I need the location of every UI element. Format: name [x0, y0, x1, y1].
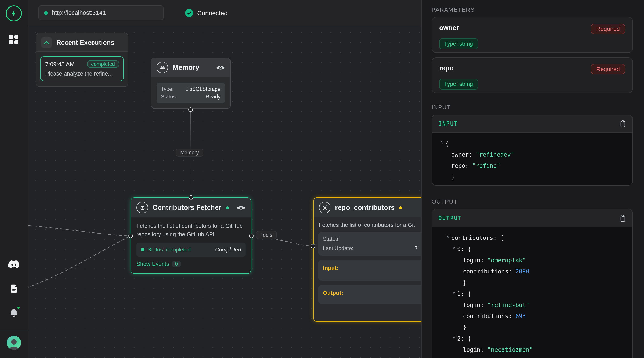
sidebar-divider	[0, 331, 28, 331]
input-code-card: INPUT >{ owner: "refinedev" repo: "refin…	[432, 115, 633, 186]
connected-check-icon	[185, 9, 193, 17]
output-code-title: OUTPUT	[438, 215, 462, 221]
connection-status: Connected	[185, 9, 228, 17]
tool-input-label: Input:	[323, 265, 338, 271]
copy-icon[interactable]	[620, 120, 626, 128]
memory-bottom-handle[interactable]	[188, 107, 193, 112]
events-count-badge: 0	[172, 261, 180, 267]
server-status-dot	[44, 11, 48, 15]
server-url-text: http://localhost:3141	[52, 10, 106, 16]
execution-time: 7:09:45 AM	[45, 61, 75, 67]
memory-status-label: Status:	[161, 93, 177, 101]
agent-description: Fetches the list of contributors for a G…	[131, 217, 251, 239]
parameter-card-owner: owner Required Type: string	[432, 17, 633, 53]
memory-status-value: Ready	[206, 93, 221, 101]
tool-output-label: Output:	[323, 290, 343, 296]
recent-executions-header: Recent Executions	[36, 33, 128, 52]
copy-icon[interactable]	[620, 214, 626, 222]
memory-node[interactable]: Memory Type:LibSQLStorage Status:Ready	[151, 58, 231, 109]
edge-label-tools: Tools	[256, 231, 277, 239]
tool-status-panel: Status: Last Update:7	[318, 232, 421, 255]
agent-left-handle[interactable]	[128, 234, 133, 238]
parameter-name: owner	[439, 24, 459, 31]
notifications-bell-icon[interactable]	[8, 306, 20, 319]
recent-executions-title: Recent Executions	[56, 39, 114, 46]
memory-type-label: Type:	[161, 86, 174, 93]
tools-icon	[319, 202, 330, 213]
repo-contributors-node[interactable]: repo_contributors Fetches the list of co…	[313, 197, 421, 322]
agent-top-handle[interactable]	[189, 195, 193, 200]
execution-prompt: Please analyze the refine...	[45, 71, 119, 77]
type-badge: Type: string	[439, 79, 478, 90]
output-code-card: OUTPUT >contributors: [>0: { login: "ome…	[432, 209, 633, 358]
apps-grid-icon[interactable]	[9, 35, 19, 45]
input-section-label: INPUT	[432, 104, 451, 111]
user-avatar[interactable]	[7, 336, 21, 350]
eye-icon[interactable]	[236, 205, 246, 211]
agent-node-title: Contributors Fetcher	[152, 204, 222, 212]
status-dot-green	[141, 248, 144, 251]
agent-right-handle[interactable]	[249, 234, 254, 238]
agent-status-text: Status: completed	[148, 247, 190, 253]
server-url-input[interactable]: http://localhost:3141	[38, 5, 164, 20]
docs-icon[interactable]	[8, 282, 20, 295]
tool-left-handle[interactable]	[311, 244, 315, 248]
edge-label-memory: Memory	[176, 149, 203, 157]
agent-status-value: Completed	[215, 247, 241, 253]
execution-item[interactable]: 7:09:45 AM completed Please analyze the …	[40, 56, 124, 81]
tool-node-title: repo_contributors	[335, 204, 395, 212]
sidebar	[0, 0, 28, 358]
notification-dot	[16, 306, 20, 310]
contributors-fetcher-node[interactable]: Contributors Fetcher Fetches the list of…	[130, 197, 251, 274]
discord-icon[interactable]	[8, 258, 20, 271]
collapse-button[interactable]	[41, 37, 52, 48]
eye-icon[interactable]	[216, 65, 225, 71]
tool-active-dot	[399, 206, 402, 209]
parameter-card-repo: repo Required Type: string	[432, 57, 633, 93]
input-json-tree[interactable]: >{ owner: "refinedev" repo: "refine" }	[432, 133, 632, 186]
storage-icon	[156, 62, 168, 73]
input-code-title: INPUT	[438, 120, 458, 127]
tool-description: Fetches the list of contributors for a G…	[314, 217, 421, 228]
recent-executions-panel: Recent Executions 7:09:45 AM completed P…	[36, 33, 128, 87]
output-section-label: OUTPUT	[432, 198, 458, 205]
tool-output-panel: Output:	[318, 285, 421, 304]
app-logo-lightning-icon[interactable]	[6, 5, 22, 22]
tool-update-label: Last Update:	[323, 244, 353, 253]
parameters-section-label: PARAMETERS	[432, 6, 475, 13]
parameter-name: repo	[439, 64, 454, 72]
agent-status-bar: Status: completed Completed	[136, 243, 246, 257]
execution-status-badge: completed	[87, 60, 119, 68]
required-badge: Required	[591, 24, 625, 34]
memory-type-value: LibSQLStorage	[185, 86, 220, 93]
chip-icon	[136, 202, 148, 213]
tool-input-panel: Input:	[318, 260, 421, 281]
connected-label: Connected	[197, 9, 228, 16]
show-events-link[interactable]: Show Events 0	[136, 261, 246, 267]
tool-update-value: 7	[415, 244, 418, 253]
memory-info-panel: Type:LibSQLStorage Status:Ready	[156, 83, 225, 103]
type-badge: Type: string	[439, 39, 478, 49]
required-badge: Required	[591, 64, 625, 74]
output-json-tree[interactable]: >contributors: [>0: { login: "omeraplak"…	[432, 227, 632, 358]
memory-node-title: Memory	[173, 64, 199, 72]
tool-status-label: Status:	[323, 234, 340, 244]
agent-active-dot	[226, 206, 229, 209]
topbar: http://localhost:3141 Connected	[28, 0, 421, 26]
workflow-canvas[interactable]: Memory Tools Recent Executions 7:09:45 A…	[28, 26, 421, 358]
details-panel: PARAMETERS owner Required Type: string r…	[421, 0, 644, 358]
